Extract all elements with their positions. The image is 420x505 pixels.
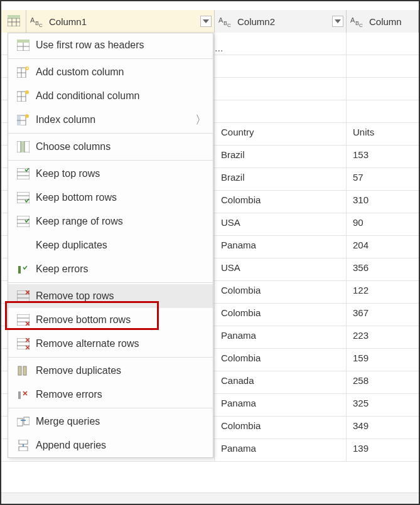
menu-separator — [8, 160, 213, 161]
menu-append-queries[interactable]: Append queries — [8, 433, 213, 457]
cell[interactable]: Colombia — [215, 304, 347, 326]
cell[interactable]: 139 — [347, 439, 419, 461]
cell[interactable]: 356 — [347, 258, 419, 280]
cell[interactable] — [215, 55, 347, 77]
menu-label: Add conditional column — [36, 90, 139, 102]
menu-index-column[interactable]: Index column 〉 — [8, 108, 213, 132]
svg-rect-73 — [19, 440, 28, 444]
menu-label: Merge queries — [36, 416, 100, 427]
menu-remove-top-rows[interactable]: Remove top rows — [8, 284, 213, 308]
menu-keep-bottom-rows[interactable]: Keep bottom rows — [8, 186, 213, 210]
svg-rect-41 — [17, 192, 30, 203]
blank-icon — [14, 238, 32, 252]
svg-text:A: A — [30, 16, 35, 24]
cell[interactable]: 153 — [347, 146, 419, 167]
column1-dropdown[interactable] — [200, 16, 212, 27]
cell[interactable]: Canada — [215, 371, 347, 393]
menu-remove-alternate-rows[interactable]: Remove alternate rows — [8, 332, 213, 356]
cell[interactable]: Country — [215, 123, 347, 145]
column-header-column2[interactable]: ABC Column2 — [215, 10, 347, 33]
svg-text:C: C — [359, 23, 363, 28]
svg-rect-44 — [17, 216, 30, 227]
cell[interactable]: Brazil — [215, 146, 347, 167]
remove-bottom-icon — [14, 313, 32, 327]
svg-text:✦: ✦ — [26, 66, 29, 70]
menu-use-first-row-as-headers[interactable]: Use first row as headers — [8, 33, 213, 57]
remove-top-icon — [14, 289, 32, 303]
cell[interactable] — [347, 78, 419, 100]
menu-label: Keep bottom rows — [36, 192, 117, 203]
svg-rect-5 — [8, 15, 20, 18]
column-header-row: ABC Column1 ABC Column2 ABC Column — [1, 10, 419, 33]
menu-separator — [8, 58, 213, 59]
cell[interactable]: 159 — [347, 349, 419, 371]
cell[interactable]: 204 — [347, 236, 419, 258]
menu-add-conditional-column[interactable]: Add conditional column — [8, 84, 213, 108]
cell[interactable]: 223 — [347, 326, 419, 348]
menu-add-custom-column[interactable]: ✦ Add custom column — [8, 60, 213, 84]
keep-errors-icon — [14, 262, 32, 276]
menu-separator — [8, 282, 213, 283]
menu-keep-top-rows[interactable]: Keep top rows — [8, 162, 213, 186]
column2-dropdown[interactable] — [332, 16, 343, 27]
cell[interactable]: 122 — [347, 281, 419, 303]
cell[interactable] — [215, 100, 347, 122]
cell[interactable] — [215, 33, 347, 55]
text-type-icon: ABC — [218, 15, 234, 28]
cell[interactable]: USA — [215, 258, 347, 280]
table-context-menu: Use first row as headers ✦ Add custom co… — [8, 33, 213, 458]
svg-rect-18 — [17, 40, 30, 43]
cell[interactable]: Brazil — [215, 168, 347, 190]
menu-keep-range-of-rows[interactable]: Keep range of rows — [8, 210, 213, 233]
menu-remove-bottom-rows[interactable]: Remove bottom rows — [8, 308, 213, 332]
cell[interactable]: Panama — [215, 439, 347, 461]
cell[interactable] — [347, 100, 419, 122]
menu-label: Keep errors — [36, 263, 89, 275]
cell[interactable]: Colombia — [215, 281, 347, 303]
table-icon — [8, 15, 20, 28]
menu-label: Remove top rows — [36, 290, 114, 302]
menu-merge-queries[interactable]: Merge queries — [8, 410, 213, 433]
column2-label: Column2 — [237, 16, 275, 27]
add-column-icon: ✦ — [14, 65, 32, 79]
svg-text:C: C — [227, 23, 231, 28]
cell[interactable]: 57 — [347, 168, 419, 190]
keep-range-icon — [14, 215, 32, 228]
cell[interactable]: Colombia — [215, 191, 347, 213]
svg-marker-13 — [335, 19, 341, 23]
cell[interactable]: 325 — [347, 394, 419, 416]
menu-keep-duplicates[interactable]: Keep duplicates — [8, 233, 213, 257]
conditional-column-icon — [14, 89, 32, 103]
cell[interactable]: Panama — [215, 326, 347, 348]
cell[interactable]: Panama — [215, 394, 347, 416]
cell[interactable]: 367 — [347, 304, 419, 326]
cell[interactable]: Colombia — [215, 417, 347, 439]
menu-keep-errors[interactable]: Keep errors — [8, 257, 213, 281]
menu-remove-duplicates[interactable]: Remove duplicates — [8, 359, 213, 383]
svg-text:A: A — [350, 16, 355, 24]
cell[interactable]: Colombia — [215, 349, 347, 371]
menu-choose-columns[interactable]: Choose columns — [8, 135, 213, 159]
cell[interactable]: 310 — [347, 191, 419, 213]
cell[interactable] — [347, 55, 419, 77]
cell[interactable]: 349 — [347, 417, 419, 439]
svg-rect-65 — [18, 366, 21, 375]
submenu-arrow-icon: 〉 — [195, 112, 207, 127]
svg-point-33 — [25, 114, 29, 118]
cell[interactable] — [215, 78, 347, 100]
table-icon-header[interactable] — [1, 10, 26, 33]
text-type-icon: ABC — [350, 15, 365, 28]
column-header-column3[interactable]: ABC Column — [347, 10, 419, 33]
menu-remove-errors[interactable]: Remove errors — [8, 383, 213, 407]
column3-label: Column — [369, 16, 402, 27]
cell[interactable]: Units — [347, 123, 419, 145]
svg-point-29 — [25, 90, 29, 94]
cell[interactable] — [347, 33, 419, 55]
cell[interactable]: Panama — [215, 236, 347, 258]
cell[interactable]: 258 — [347, 371, 419, 393]
column-header-column1[interactable]: ABC Column1 — [26, 10, 215, 33]
index-column-icon — [14, 113, 32, 127]
svg-rect-67 — [18, 391, 21, 399]
cell[interactable]: USA — [215, 213, 347, 235]
cell[interactable]: 90 — [347, 213, 419, 235]
